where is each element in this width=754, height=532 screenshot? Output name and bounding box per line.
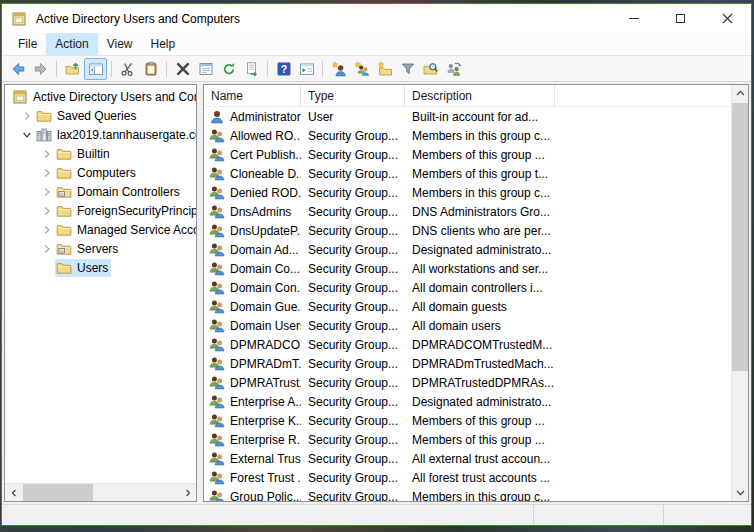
- tree-item-domain-controllers[interactable]: Domain Controllers: [5, 182, 196, 201]
- tree-item-servers[interactable]: Servers: [5, 239, 196, 258]
- object-name: Administrator: [230, 110, 301, 124]
- tree-item-computers[interactable]: Computers: [5, 163, 196, 182]
- list-row-domain-con[interactable]: Domain Con...Security Group...All domain…: [204, 278, 731, 297]
- tree-item-saved-queries[interactable]: Saved Queries: [5, 106, 196, 125]
- cell-name: External Trus...: [204, 451, 301, 467]
- list-row-domain-users[interactable]: Domain UsersSecurity Group...All domain …: [204, 316, 731, 335]
- tree-scrollbar-thumb[interactable]: [23, 484, 93, 501]
- tree-item-users[interactable]: Users: [5, 258, 196, 277]
- cell-type: Security Group...: [301, 319, 405, 333]
- column-header-name[interactable]: Name: [204, 85, 301, 107]
- list-row-forest-trust[interactable]: Forest Trust ...Security Group...All for…: [204, 468, 731, 487]
- scroll-down-arrow[interactable]: [732, 484, 749, 501]
- chevron-right-icon[interactable]: [39, 241, 55, 257]
- forward-button[interactable]: [29, 58, 52, 80]
- menu-view[interactable]: View: [98, 33, 142, 55]
- list-row-enterprise-r[interactable]: Enterprise R...Security Group...Members …: [204, 430, 731, 449]
- up-one-level-button[interactable]: [61, 58, 84, 80]
- close-button[interactable]: [704, 4, 751, 33]
- object-name: Cloneable D...: [230, 167, 301, 181]
- refresh-button[interactable]: [217, 58, 240, 80]
- cell-name: Cloneable D...: [204, 166, 301, 182]
- tree-horizontal-scrollbar[interactable]: [5, 483, 196, 501]
- tree-item-foreignsecurityprincipals[interactable]: ForeignSecurityPrincipals: [5, 201, 196, 220]
- column-header-description[interactable]: Description: [405, 85, 555, 107]
- show-hide-console-tree-button[interactable]: [84, 58, 107, 80]
- cell-description: Members in this group c...: [405, 129, 555, 143]
- list-scrollbar-thumb[interactable]: [732, 103, 749, 371]
- list-row-domain-co[interactable]: Domain Co...Security Group...All worksta…: [204, 259, 731, 278]
- tree-item-label: Managed Service Accounts: [77, 223, 196, 237]
- filter-button[interactable]: [396, 58, 419, 80]
- help-button[interactable]: ?: [272, 58, 295, 80]
- cell-description: Designated administrato...: [405, 395, 555, 409]
- export-list-button[interactable]: [240, 58, 263, 80]
- list-row-enterprise-k[interactable]: Enterprise K...Security Group...Members …: [204, 411, 731, 430]
- new-group-button[interactable]: [350, 58, 373, 80]
- tree-item-active-directory-users-and-com[interactable]: Active Directory Users and Com: [5, 87, 196, 106]
- chevron-right-icon[interactable]: [39, 184, 55, 200]
- list-row-dpmradco[interactable]: DPMRADCO...Security Group...DPMRADCOMTru…: [204, 335, 731, 354]
- list-row-domain-ad[interactable]: Domain Ad...Security Group...Designated …: [204, 240, 731, 259]
- new-user-button[interactable]: [327, 58, 350, 80]
- action-pane-button[interactable]: [295, 58, 318, 80]
- cell-name: Allowed RO...: [204, 128, 301, 144]
- cell-name: DnsUpdateP...: [204, 223, 301, 239]
- list-row-group-polic[interactable]: Group Polic...Security Group...Members i…: [204, 487, 731, 501]
- object-name: Domain Users: [230, 319, 301, 333]
- column-header-filler: [555, 85, 731, 107]
- list-row-allowed-ro[interactable]: Allowed RO...Security Group...Members in…: [204, 126, 731, 145]
- tree-item-lax2019-tannhausergate-com[interactable]: lax2019.tannhausergate.com: [5, 125, 196, 144]
- cell-type: Security Group...: [301, 167, 405, 181]
- list-row-cert-publish[interactable]: Cert Publish...Security Group...Members …: [204, 145, 731, 164]
- cell-description: DPMRADmTrustedMach...: [405, 357, 555, 371]
- cell-description: Members of this group ...: [405, 148, 555, 162]
- minimize-button[interactable]: [610, 4, 657, 33]
- group-icon: [209, 413, 225, 429]
- list-row-cloneable-d[interactable]: Cloneable D...Security Group...Members o…: [204, 164, 731, 183]
- list-row-external-trus[interactable]: External Trus...Security Group...All ext…: [204, 449, 731, 468]
- new-ou-button[interactable]: [373, 58, 396, 80]
- column-header-type[interactable]: Type: [301, 85, 405, 107]
- chevron-down-icon[interactable]: [19, 127, 35, 143]
- paste-button[interactable]: [139, 58, 162, 80]
- back-button[interactable]: [6, 58, 29, 80]
- chevron-right-icon[interactable]: [39, 165, 55, 181]
- chevron-right-icon[interactable]: [39, 203, 55, 219]
- scroll-left-arrow[interactable]: [5, 484, 22, 501]
- new-ou-icon: [377, 61, 393, 77]
- scroll-up-arrow[interactable]: [732, 85, 749, 102]
- list-row-administrator[interactable]: AdministratorUserBuilt-in account for ad…: [204, 107, 731, 126]
- cell-name: Domain Ad...: [204, 242, 301, 258]
- chevron-right-icon[interactable]: [39, 222, 55, 238]
- maximize-button[interactable]: [657, 4, 704, 33]
- cell-description: Built-in account for ad...: [405, 110, 555, 124]
- tree-item-managed-service-accounts[interactable]: Managed Service Accounts: [5, 220, 196, 239]
- list-row-dpmratrust[interactable]: DPMRATrust...Security Group...DPMRATrust…: [204, 373, 731, 392]
- list-vertical-scrollbar[interactable]: [731, 85, 748, 501]
- menu-file[interactable]: File: [9, 33, 46, 55]
- list-row-dnsadmins[interactable]: DnsAdminsSecurity Group...DNS Administra…: [204, 202, 731, 221]
- list-row-dnsupdatep[interactable]: DnsUpdateP...Security Group...DNS client…: [204, 221, 731, 240]
- scroll-right-arrow[interactable]: [179, 484, 196, 501]
- chevron-right-icon[interactable]: [19, 108, 35, 124]
- tree-item-content: Computers: [55, 164, 139, 182]
- list-row-domain-gue[interactable]: Domain Gue...Security Group...All domain…: [204, 297, 731, 316]
- menu-action[interactable]: Action: [46, 33, 97, 55]
- tree-item-content: lax2019.tannhausergate.com: [35, 126, 196, 144]
- menu-help[interactable]: Help: [142, 33, 185, 55]
- cut-button[interactable]: [116, 58, 139, 80]
- tree-item-content: Saved Queries: [35, 107, 139, 125]
- cell-type: Security Group...: [301, 376, 405, 390]
- window-controls: [610, 4, 751, 33]
- properties-button[interactable]: [194, 58, 217, 80]
- find-button[interactable]: [419, 58, 442, 80]
- delete-button[interactable]: [171, 58, 194, 80]
- cell-description: All domain users: [405, 319, 555, 333]
- list-row-dpmradmt[interactable]: DPMRADmT...Security Group...DPMRADmTrust…: [204, 354, 731, 373]
- tree-item-builtin[interactable]: Builtin: [5, 144, 196, 163]
- chevron-right-icon[interactable]: [39, 146, 55, 162]
- list-row-denied-rod[interactable]: Denied ROD...Security Group...Members in…: [204, 183, 731, 202]
- change-domain-controller-button[interactable]: [442, 58, 465, 80]
- list-row-enterprise-a[interactable]: Enterprise A...Security Group...Designat…: [204, 392, 731, 411]
